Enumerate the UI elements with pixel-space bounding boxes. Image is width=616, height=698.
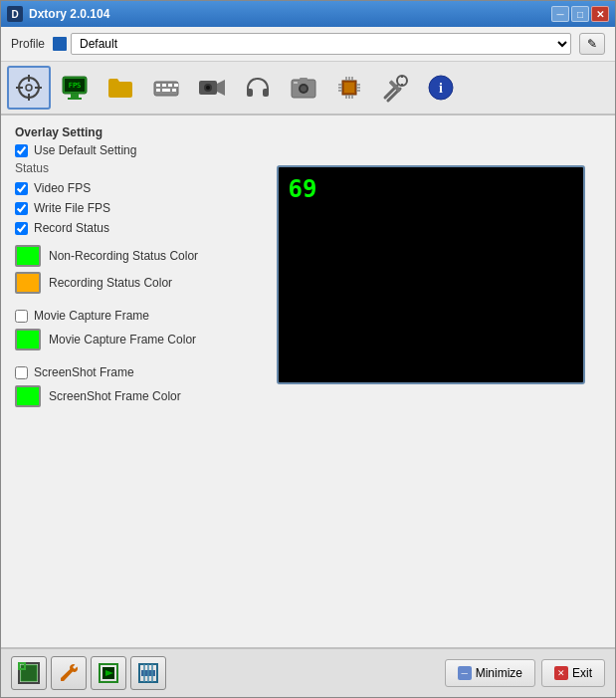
files-tab-btn[interactable] [99,66,142,110]
record-status-checkbox[interactable] [15,222,28,235]
svg-rect-7 [71,94,79,98]
profile-label: Profile [11,37,45,51]
preview-panel: 69 [260,161,601,637]
screenshot-frame-row: ScreenShot Frame [15,365,244,379]
svg-point-25 [301,86,307,92]
svg-rect-16 [162,89,170,92]
close-window-btn[interactable]: ✕ [591,6,609,22]
wrench-icon [58,662,80,684]
folder-icon [105,73,135,103]
hardware-tab-btn[interactable] [327,66,371,110]
non-recording-color-row: Non-Recording Status Color [15,245,244,267]
movie-capture-color-row: Movie Capture Frame Color [15,329,244,350]
screenshot-frame-label: ScreenShot Frame [34,365,134,379]
minimize-button[interactable]: ─ Minimize [445,659,535,687]
svg-point-22 [206,86,210,90]
title-controls: ─ □ ✕ [551,6,609,22]
preview-box: 69 [277,165,585,384]
svg-rect-26 [300,78,308,81]
movie-capture-frame-row: Movie Capture Frame [15,309,244,323]
chip-icon [334,73,364,103]
svg-point-1 [26,85,32,91]
minimize-window-btn[interactable]: ─ [551,6,569,22]
record-status-row: Record Status [15,221,244,235]
svg-rect-51 [21,665,37,681]
minimize-button-icon: ─ [458,666,472,680]
monitor-icon: FPS [60,73,90,103]
screenshot-color-swatch[interactable] [15,385,41,407]
recording-color-swatch[interactable] [15,272,41,294]
screenshot-color-row: ScreenShot Frame Color [15,385,244,407]
overlay-tool-button[interactable] [11,656,47,690]
screenshot-color-label: ScreenShot Frame Color [49,389,181,403]
exit-button-icon: ✕ [554,666,568,680]
profile-edit-button[interactable]: ✎ [579,33,605,55]
title-bar-left: D Dxtory 2.0.104 [7,6,109,22]
status-section-label: Status [15,161,244,175]
screenshot-tab-btn[interactable] [282,66,325,110]
info-tab-btn[interactable]: i [419,66,463,110]
crosshair-icon [14,73,44,103]
svg-text:FPS: FPS [69,82,82,90]
audio-tab-btn[interactable] [236,66,280,110]
keyboard-tab-btn[interactable] [144,66,188,110]
capture-tool-icon [98,662,119,684]
write-file-fps-checkbox[interactable] [15,202,28,215]
settings-tool-icon [137,662,159,684]
headphones-icon [243,73,273,103]
tools-tab-btn[interactable] [373,66,417,110]
recording-color-row: Recording Status Color [15,272,244,294]
wrench-button[interactable] [51,656,87,690]
svg-rect-12 [156,84,160,87]
footer-tools [11,656,166,690]
video-fps-checkbox[interactable] [15,182,28,195]
overlay-tool-icon [18,662,40,684]
settings-tool-button[interactable] [130,656,166,690]
non-recording-color-swatch[interactable] [15,245,41,267]
movie-capture-frame-checkbox[interactable] [15,310,28,323]
main-content: Overlay Setting Use Default Setting Stat… [1,116,615,647]
profile-select-wrapper: Default [53,33,571,55]
video-camera-icon [197,73,227,103]
movie-capture-color-label: Movie Capture Frame Color [49,333,196,347]
svg-rect-27 [294,82,298,84]
title-bar: D Dxtory 2.0.104 ─ □ ✕ [1,1,615,27]
svg-text:i: i [439,81,443,96]
svg-marker-20 [217,80,225,96]
use-default-checkbox[interactable] [15,144,28,157]
write-file-fps-row: Write File FPS [15,201,244,215]
profile-dropdown[interactable]: Default [71,33,571,55]
main-area: Status Video FPS Write File FPS Record S… [15,161,601,637]
svg-rect-15 [156,89,160,92]
movie-capture-color-swatch[interactable] [15,329,41,350]
exit-button-label: Exit [572,666,592,680]
footer: ─ Minimize ✕ Exit [1,647,615,697]
video-tab-btn[interactable]: FPS [53,66,97,110]
svg-rect-13 [162,84,166,87]
window-title: Dxtory 2.0.104 [29,7,109,21]
overlay-section-title: Overlay Setting [15,125,601,139]
app-icon: D [7,6,23,22]
movie-capture-frame-label: Movie Capture Frame [34,309,149,323]
svg-rect-8 [68,98,82,100]
use-default-row: Use Default Setting [15,143,601,157]
recording-color-label: Recording Status Color [49,276,172,290]
info-icon: i [426,73,456,103]
maximize-window-btn[interactable]: □ [571,6,589,22]
overlay-tab-btn[interactable] [7,66,51,110]
screenshot-frame-checkbox[interactable] [15,366,28,379]
footer-actions: ─ Minimize ✕ Exit [445,659,605,687]
minimize-button-label: Minimize [476,666,522,680]
svg-rect-18 [174,84,178,87]
video-fps-label: Video FPS [34,181,91,195]
write-file-fps-label: Write File FPS [34,201,110,215]
main-window: D Dxtory 2.0.104 ─ □ ✕ Profile Default ✎ [0,0,616,698]
svg-rect-14 [168,84,172,87]
svg-rect-29 [344,83,354,93]
keyboard-icon [151,73,181,103]
capture-tab-btn[interactable] [190,66,234,110]
profile-bar: Profile Default ✎ [1,27,615,62]
exit-button[interactable]: ✕ Exit [541,659,605,687]
capture-tool-button[interactable] [91,656,126,690]
left-panel: Status Video FPS Write File FPS Record S… [15,161,244,637]
